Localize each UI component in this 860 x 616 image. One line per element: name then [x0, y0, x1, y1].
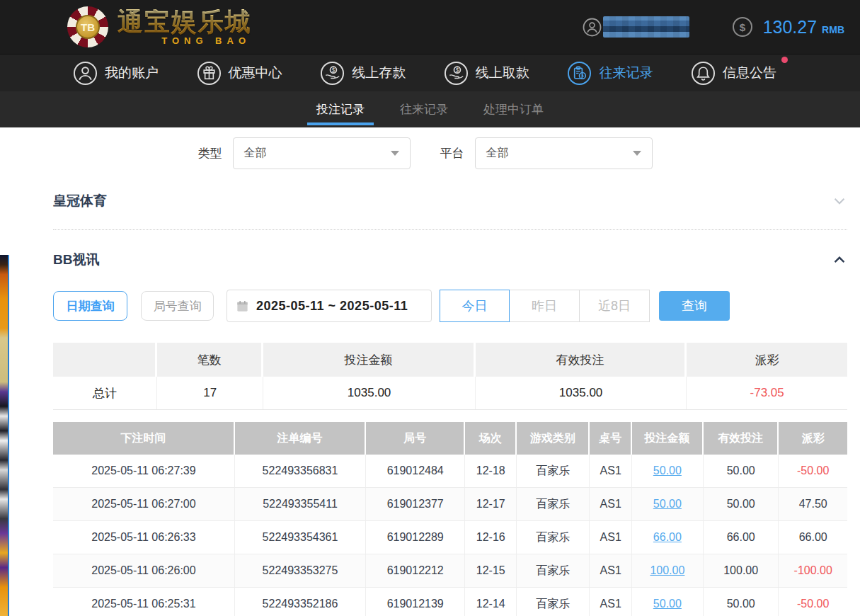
balance-amount: 130.27	[763, 17, 817, 38]
brand-logo[interactable]: TB 通宝娱乐城 TONG BAO	[67, 6, 252, 47]
tab-1[interactable]: 往来记录	[399, 91, 449, 127]
nav-item-1[interactable]: 优惠中心	[197, 61, 282, 86]
bet-table-body: 2025-05-11 06:27:39522493356831619012484…	[53, 455, 847, 616]
user-icon	[73, 61, 98, 86]
bet-table-cell-bet-amount[interactable]: 100.00	[632, 554, 704, 587]
type-select-value: 全部	[244, 146, 391, 161]
brand-subtitle: TONG BAO	[161, 36, 251, 45]
quick-date-button-0[interactable]: 今日	[440, 290, 510, 322]
nav-item-2[interactable]: $线上存款	[320, 61, 406, 86]
bet-table-cell-round-no: 619012139	[366, 588, 465, 616]
platform-select-value: 全部	[486, 146, 633, 161]
round-query-button[interactable]: 局号查询	[141, 291, 214, 321]
bet-table-cell-round-no: 619012484	[366, 455, 465, 487]
bet-table-header-bet-amount: 投注金额	[632, 422, 704, 455]
summary-header-cell: 笔数	[157, 343, 263, 377]
type-select[interactable]: 全部	[233, 137, 411, 169]
bet-table-cell-time: 2025-05-11 06:25:31	[53, 588, 235, 616]
date-query-button[interactable]: 日期查询	[53, 291, 127, 321]
svg-text:$: $	[739, 21, 745, 33]
table-row: 2025-05-11 06:27:39522493356831619012484…	[53, 455, 847, 488]
bet-table-cell-bet-amount[interactable]: 50.00	[632, 455, 704, 487]
nav-item-0[interactable]: 我的账户	[73, 61, 159, 86]
svg-text:$: $	[332, 67, 336, 73]
summary-total-row: 总计171035.001035.00-73.05	[53, 377, 847, 410]
bet-table-cell-payout: 47.50	[779, 488, 847, 520]
bet-records-table: 下注时间注单编号局号场次游戏类别桌号投注金额有效投注派彩 2025-05-11 …	[53, 422, 847, 616]
record-tabs: 投注记录往来记录处理中订单	[0, 91, 860, 127]
section-bb-video[interactable]: BB视讯	[53, 251, 847, 269]
bet-table-header-order-no: 注单编号	[235, 422, 366, 455]
bet-table-cell-bet-amount[interactable]: 50.00	[632, 588, 704, 616]
username-redacted[interactable]	[603, 16, 689, 38]
bet-table-header-payout: 派彩	[779, 422, 847, 455]
bet-table-cell-payout: -100.00	[779, 554, 847, 587]
bet-table-cell-round-no: 619012212	[366, 554, 465, 587]
summary-total-cell: 总计	[53, 377, 157, 409]
bet-table-header-game-type: 游戏类别	[517, 422, 590, 455]
nav-item-3[interactable]: $线上取款	[444, 61, 529, 86]
records-icon	[567, 61, 592, 86]
query-toolbar: 日期查询 局号查询 2025-05-11 ~ 2025-05-11 今日昨日近8…	[53, 290, 847, 322]
summary-table: 笔数投注金额有效投注派彩 总计171035.001035.00-73.05	[53, 343, 847, 410]
bet-table-cell-valid-bet: 100.00	[704, 554, 779, 587]
section-crown-sports[interactable]: 皇冠体育	[53, 192, 847, 230]
tab-2[interactable]: 处理中订单	[482, 91, 545, 127]
nav-item-label: 优惠中心	[229, 64, 282, 82]
quick-date-button-1[interactable]: 昨日	[510, 290, 580, 322]
summary-total-cell: -73.05	[687, 377, 847, 409]
bet-table-cell-game-type: 百家乐	[517, 455, 590, 487]
bet-table-cell-time: 2025-05-11 06:27:00	[53, 488, 235, 520]
chevron-up-icon[interactable]	[832, 252, 847, 268]
bet-table-cell-game-type: 百家乐	[517, 521, 590, 554]
bet-table-cell-game-type: 百家乐	[517, 554, 590, 587]
bet-table-cell-bet-amount[interactable]: 50.00	[632, 488, 704, 520]
top-header: TB 通宝娱乐城 TONG BAO $ 130.27 RMB	[0, 0, 860, 54]
section-title: BB视讯	[53, 251, 99, 269]
quick-date-button-2[interactable]: 近8日	[580, 290, 650, 322]
caret-down-icon	[391, 151, 399, 156]
balance-currency: RMB	[822, 24, 844, 35]
table-row: 2025-05-11 06:25:31522493352186619012139…	[53, 588, 847, 616]
nav-item-4[interactable]: 往来记录	[567, 61, 653, 86]
gift-icon	[197, 61, 222, 86]
nav-item-label: 往来记录	[599, 64, 653, 82]
summary-header-cell: 派彩	[687, 343, 847, 377]
bet-table-cell-valid-bet: 50.00	[704, 488, 779, 520]
bet-table-header-valid-bet: 有效投注	[704, 422, 779, 455]
caret-down-icon	[633, 151, 641, 156]
svg-text:$: $	[455, 67, 459, 73]
tab-0[interactable]: 投注记录	[315, 91, 366, 127]
notification-dot-icon	[781, 57, 788, 63]
bet-table-cell-session: 12-18	[465, 455, 517, 487]
bell-icon	[691, 61, 716, 86]
bet-table-cell-bet-amount[interactable]: 66.00	[632, 521, 704, 554]
bet-table-cell-table-no: AS1	[590, 588, 631, 616]
brand-title: 通宝娱乐城	[117, 9, 252, 35]
content: 类型 全部 平台 全部 皇冠体育 BB视讯	[0, 127, 860, 616]
date-range-input[interactable]: 2025-05-11 ~ 2025-05-11	[227, 290, 432, 322]
nav-item-5[interactable]: 信息公告	[691, 61, 776, 86]
user-avatar-icon	[583, 18, 602, 37]
withdraw-icon: $	[444, 61, 469, 86]
bet-table-cell-round-no: 619012289	[366, 521, 465, 554]
search-button[interactable]: 查询	[659, 291, 730, 321]
summary-header-cell	[53, 343, 157, 377]
bet-table-cell-table-no: AS1	[590, 521, 631, 554]
bet-table-cell-game-type: 百家乐	[517, 588, 590, 616]
bet-table-header-session: 场次	[465, 422, 517, 455]
bet-table-cell-time: 2025-05-11 06:26:33	[53, 521, 235, 554]
platform-select[interactable]: 全部	[475, 137, 653, 169]
bet-table-cell-round-no: 619012377	[366, 488, 465, 520]
chevron-down-icon[interactable]	[832, 193, 847, 209]
bet-table-cell-order-no: 522493352186	[235, 588, 366, 616]
nav-item-label: 信息公告	[723, 64, 776, 82]
summary-header-row: 笔数投注金额有效投注派彩	[53, 343, 847, 377]
summary-total-cell: 1035.00	[263, 377, 476, 409]
deposit-icon: $	[320, 61, 345, 86]
nav-item-label: 线上取款	[476, 64, 529, 82]
bet-table-cell-order-no: 522493354361	[235, 521, 366, 554]
bet-table-cell-order-no: 522493356831	[235, 455, 366, 487]
summary-total-cell: 1035.00	[476, 377, 687, 409]
bet-table-cell-table-no: AS1	[590, 554, 631, 587]
